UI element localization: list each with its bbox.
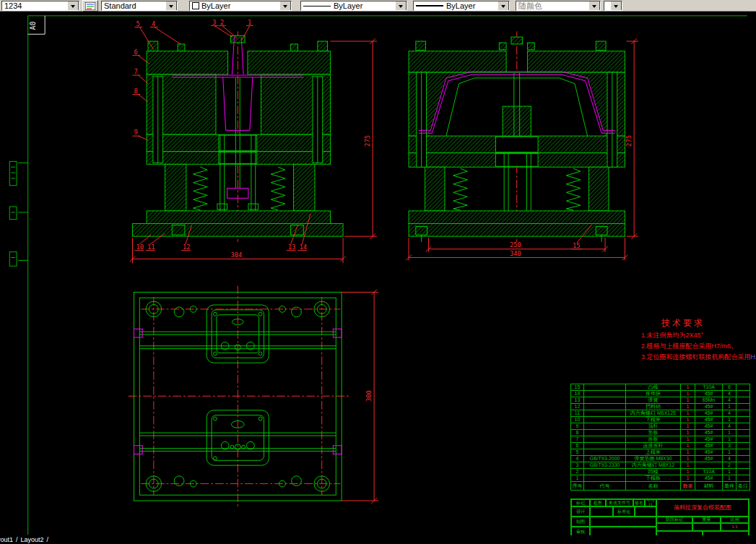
bom-row: 11内六角螺钉 M6X125145#4 xyxy=(571,410,750,417)
view-front-section: 304 275 5 4 3 2 1 xyxy=(130,19,377,264)
chevron-down-icon[interactable] xyxy=(165,1,177,11)
balloon-label: 4 xyxy=(152,20,155,27)
bom-row: 6连接推杆145#3 xyxy=(571,443,750,449)
balloon-label: 6 xyxy=(134,48,137,56)
bom-row: 12挡料销145#1 xyxy=(571,404,750,410)
tech-req-item: 2.模柄与上模座配合采用H7/m6。 xyxy=(641,341,756,352)
drawing-title: 落料拉深复合模装配图 xyxy=(656,499,749,517)
balloon-label: 10 xyxy=(136,243,144,251)
lineweight-combo-value: ByLayer xyxy=(446,1,475,10)
title-block-cell: 年月日 xyxy=(645,499,656,506)
color-swatch xyxy=(192,2,199,9)
fit-tolerance-text: H11/b11。 xyxy=(751,353,756,360)
bom-row: 13弹簧165Mn4 xyxy=(571,397,750,404)
plotstyle-combo[interactable]: 随颜色 xyxy=(516,1,601,11)
sheet-size-marker: A0 xyxy=(28,16,45,34)
title-block-cell: 设计 xyxy=(571,506,590,517)
tab-layout2[interactable]: Layout2 xyxy=(21,536,44,543)
dimension-label: 275 xyxy=(625,135,633,147)
lineweight-sample-icon xyxy=(416,5,443,7)
balloon-label: 11 xyxy=(147,243,155,251)
make-layer-current-button[interactable] xyxy=(82,0,98,12)
layer-tool-icon xyxy=(85,2,95,10)
bom-row: 5上模座145#1 xyxy=(571,449,750,456)
dimension-label: 250 xyxy=(510,241,521,249)
tech-req-item: 3.定位圈和连接螺钉联接机构配合采用H11/b11。 xyxy=(641,352,756,363)
bom-table: 15凸模1T10A614推件块145#413弹簧165Mn412挡料销145#1… xyxy=(570,384,750,491)
title-block-cell xyxy=(692,523,721,531)
dimension-label: 300 xyxy=(365,390,373,402)
title-block-cell: 重量 xyxy=(692,517,721,523)
title-block-cell: 阶段标记 xyxy=(656,517,692,523)
tab-layout1[interactable]: Layout1 xyxy=(0,536,13,543)
view-side-section: 250 340 275 15 xyxy=(406,31,638,260)
title-block-cell: 标记 xyxy=(571,499,590,506)
title-block-cell xyxy=(656,523,692,531)
extra-combo[interactable] xyxy=(604,1,622,11)
plotstyle-combo-value: 随颜色 xyxy=(518,1,542,11)
layer-combo[interactable]: 1234 xyxy=(1,1,79,11)
title-block-cell: 制图 xyxy=(571,517,590,527)
chevron-down-icon[interactable] xyxy=(610,1,622,11)
bom-row: 2凹模1T10A1 xyxy=(571,469,750,475)
linetype-combo-value: ByLayer xyxy=(334,1,362,10)
balloon-label: 2 xyxy=(220,19,224,26)
technical-requirements: 技术要求 1.未注倒角均为2X45° 2.模柄与上模座配合采用H7/m6。 3.… xyxy=(641,318,756,363)
balloon-label: 3 xyxy=(212,19,216,26)
title-block-cell: 标准化 xyxy=(613,506,635,517)
bom-table-body: 15凸模1T10A614推件块145#413弹簧165Mn412挡料销145#1… xyxy=(571,384,750,482)
color-combo[interactable]: ByLayer xyxy=(189,1,292,11)
lineweight-combo[interactable]: ByLayer xyxy=(413,1,510,11)
text-style-value: Standard xyxy=(104,1,136,10)
bom-row: 9顶杆145#4 xyxy=(571,423,750,430)
chevron-down-icon[interactable] xyxy=(498,1,509,11)
tab-separator: / xyxy=(16,536,18,543)
bom-header-row: 序号代号名称数量材料单件备注 xyxy=(571,482,750,491)
chevron-down-icon[interactable] xyxy=(67,1,79,11)
title-block-cell: 更改文件号 xyxy=(606,499,633,506)
balloon-label: 15 xyxy=(573,242,581,249)
chevron-down-icon[interactable] xyxy=(395,1,407,11)
dimension-label: 275 xyxy=(364,135,371,147)
bom-row: 7推板145#1 xyxy=(571,436,750,443)
cad-application-window: 1234 Standard ByLayer ByLayer xyxy=(0,0,756,544)
layer-combo-value: 1234 xyxy=(4,1,22,10)
title-block-cell: 签名 xyxy=(633,499,645,506)
bom-row: 8垫板145#1 xyxy=(571,430,750,436)
chevron-down-icon[interactable] xyxy=(588,1,600,11)
chevron-down-icon[interactable] xyxy=(279,1,291,11)
bom-row: 14推件块145#4 xyxy=(571,391,750,397)
title-block-cell: 比例 xyxy=(721,517,749,523)
balloon-label: 13 xyxy=(288,243,296,251)
balloon-label: 7 xyxy=(134,68,137,75)
title-block-cell xyxy=(590,517,656,527)
text-style-combo[interactable]: Standard xyxy=(101,1,178,11)
bom-row: 10下模座145#1 xyxy=(571,417,750,423)
balloon-label: 8 xyxy=(134,87,137,95)
title-block-cell xyxy=(635,506,656,517)
balloon-label: 1 xyxy=(248,19,251,26)
drawing-canvas[interactable]: A0 xyxy=(0,12,756,535)
paper-size-label: A0 xyxy=(29,22,37,30)
linetype-combo[interactable]: ByLayer xyxy=(300,1,407,11)
tech-req-item: 1.未注倒角均为2X45° xyxy=(641,330,756,341)
bom-row: 1下模板145#1 xyxy=(571,475,750,482)
scale-value: 1:1 xyxy=(721,523,749,531)
balloon-label: 12 xyxy=(183,243,191,251)
color-combo-value: ByLayer xyxy=(201,1,230,10)
bom-row: 4GB/T93-2000弹簧垫圈 M8X30145#4 xyxy=(571,456,750,462)
balloon-label: 5 xyxy=(136,20,139,27)
tab-separator: / xyxy=(47,536,49,543)
object-properties-toolbar: 1234 Standard ByLayer ByLayer xyxy=(0,0,756,12)
balloon-label: 9 xyxy=(134,129,137,136)
layout-tab-bar: Layout1 / Layout2 / xyxy=(0,535,756,544)
dimension-label: 340 xyxy=(510,250,521,257)
dimension-label: 304 xyxy=(231,251,243,259)
linetype-sample-icon xyxy=(303,6,331,7)
bom-row: 15凸模1T10A6 xyxy=(571,384,750,391)
bom-row: 3GB/T93-2330内六角螺钉 M8X1212 xyxy=(571,462,750,469)
tech-req-title: 技术要求 xyxy=(661,318,756,329)
title-block-cell: 处数 xyxy=(590,499,606,506)
balloon-label: 14 xyxy=(299,243,307,251)
title-block-cell xyxy=(590,506,613,517)
